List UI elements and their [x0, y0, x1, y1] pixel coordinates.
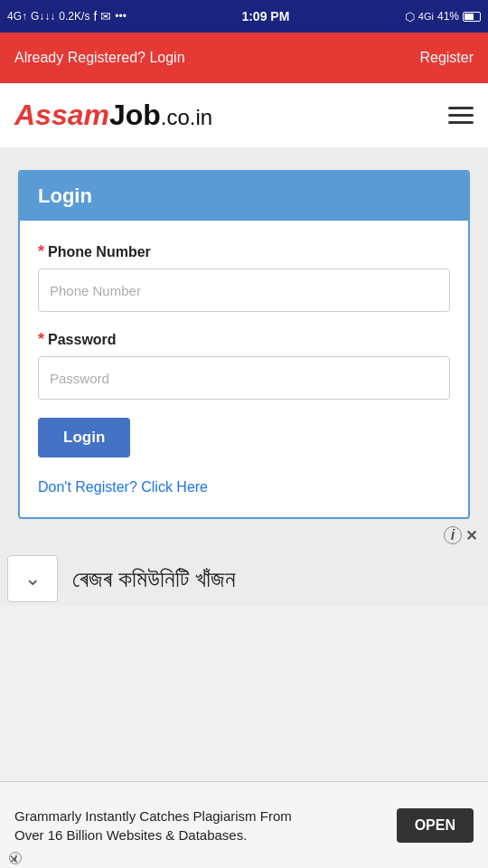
data-speed: 0.2K/s: [59, 10, 89, 23]
phone-label-text: Phone Number: [48, 244, 151, 260]
status-time: 1:09 PM: [241, 9, 289, 24]
facebook-icon: f: [93, 9, 97, 24]
password-label: * Password: [38, 330, 450, 349]
hamburger-line-1: [448, 107, 474, 109]
hamburger-line-3: [448, 121, 474, 124]
bottom-ad-banner: Grammarly Instantly Catches Plagiarism F…: [0, 781, 488, 868]
bengali-text: ৰেজৰ কমিউনিটি খাঁজন: [72, 565, 236, 593]
chevron-down-button[interactable]: ⌄: [7, 555, 58, 602]
bottom-ad-text: Grammarly Instantly Catches Plagiarism F…: [14, 807, 322, 844]
login-card-body: * Phone Number * Password Login Don't Re…: [20, 221, 468, 517]
main-content: Login * Phone Number * Password Login Do…: [0, 148, 488, 519]
login-button[interactable]: Login: [38, 418, 130, 458]
signal-g: G↓↓↓: [31, 10, 55, 23]
bluetooth-icon: ⬡: [405, 10, 415, 24]
password-label-text: Password: [48, 332, 117, 348]
ad-bar: i ✕: [0, 519, 488, 552]
logo-job: Job: [109, 99, 161, 132]
status-left: 4G↑ G↓↓↓ 0.2K/s f ✉ •••: [7, 9, 127, 24]
header: AssamJob.co.in: [0, 83, 488, 148]
status-right: ⬡ 4Gi 41%: [405, 10, 481, 24]
dont-register-link[interactable]: Don't Register? Click Here: [38, 479, 208, 495]
register-link-top[interactable]: Register: [419, 50, 474, 66]
hamburger-line-2: [448, 114, 474, 117]
bottom-ad-content: Grammarly Instantly Catches Plagiarism F…: [14, 807, 322, 844]
bottom-ad-open-button[interactable]: OPEN: [397, 808, 474, 843]
logo: AssamJob.co.in: [14, 99, 212, 132]
login-card: Login * Phone Number * Password Login Do…: [18, 170, 470, 519]
password-input[interactable]: [38, 356, 450, 400]
logo-assam: Assam: [14, 99, 109, 132]
battery: 41%: [437, 10, 459, 23]
ad-close-icon[interactable]: ✕: [465, 527, 477, 544]
top-nav: Already Registered? Login Register: [0, 33, 488, 83]
already-login-link[interactable]: Already Registered? Login: [14, 50, 185, 66]
dots-icon: •••: [115, 10, 127, 23]
signal-4g-lte: 4Gi: [418, 11, 434, 22]
hamburger-menu[interactable]: [448, 107, 474, 124]
battery-icon: [463, 12, 481, 22]
signal-4g: 4G↑: [7, 10, 27, 23]
ad-info-icon: i: [444, 526, 462, 544]
login-card-header: Login: [20, 172, 468, 221]
phone-required-star: *: [38, 242, 44, 261]
logo-domain: .co.in: [161, 105, 212, 130]
bengali-section: ⌄ ৰেজৰ কমিউনিটি খাঁজন: [0, 552, 488, 606]
password-required-star: *: [38, 330, 44, 349]
message-icon: ✉: [100, 9, 111, 24]
phone-label: * Phone Number: [38, 242, 450, 261]
status-bar: 4G↑ G↓↓↓ 0.2K/s f ✉ ••• 1:09 PM ⬡ 4Gi 41…: [0, 0, 488, 33]
bottom-ad-close-icon[interactable]: ✕: [9, 853, 19, 866]
login-title: Login: [38, 184, 92, 207]
phone-input[interactable]: [38, 269, 450, 312]
